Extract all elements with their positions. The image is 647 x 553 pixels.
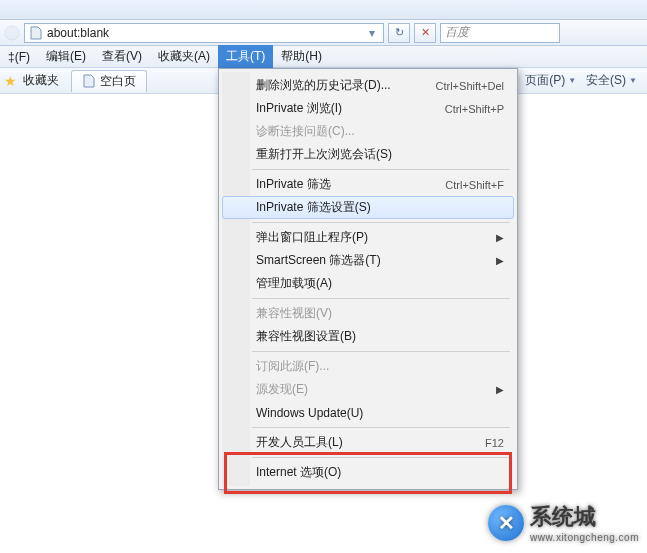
menu-separator bbox=[252, 298, 510, 299]
menu-item-label: InPrivate 筛选设置(S) bbox=[256, 199, 371, 216]
search-placeholder: 百度 bbox=[445, 24, 469, 41]
watermark-url: www.xitongcheng.com bbox=[530, 532, 639, 543]
menu-item-label: InPrivate 浏览(I) bbox=[256, 100, 342, 117]
search-input[interactable]: 百度 bbox=[440, 23, 560, 43]
menu-item[interactable]: 开发人员工具(L)F12 bbox=[222, 431, 514, 454]
menu-item[interactable]: Windows Update(U) bbox=[222, 401, 514, 424]
menu-item[interactable]: InPrivate 筛选设置(S) bbox=[222, 196, 514, 219]
menu-item: 源发现(E)▶ bbox=[222, 378, 514, 401]
submenu-arrow-icon: ▶ bbox=[496, 384, 504, 395]
menu-item-label: SmartScreen 筛选器(T) bbox=[256, 252, 381, 269]
menu-tools[interactable]: 工具(T) bbox=[218, 45, 273, 68]
menu-separator bbox=[252, 457, 510, 458]
favorites-label[interactable]: 收藏夹 bbox=[23, 72, 59, 89]
watermark-badge-icon: ✕ bbox=[488, 505, 524, 541]
menu-view[interactable]: 查看(V) bbox=[94, 45, 150, 68]
page-menu-button[interactable]: 页面(P)▼ bbox=[525, 72, 576, 89]
menu-item-label: 弹出窗口阻止程序(P) bbox=[256, 229, 368, 246]
menu-item[interactable]: 兼容性视图设置(B) bbox=[222, 325, 514, 348]
window-titlebar-fragment bbox=[0, 0, 647, 20]
menu-item[interactable]: InPrivate 筛选Ctrl+Shift+F bbox=[222, 173, 514, 196]
safety-menu-button[interactable]: 安全(S)▼ bbox=[586, 72, 637, 89]
menu-item[interactable]: 管理加载项(A) bbox=[222, 272, 514, 295]
menu-separator bbox=[252, 351, 510, 352]
menu-item-label: Windows Update(U) bbox=[256, 406, 363, 420]
menu-item-shortcut: Ctrl+Shift+P bbox=[445, 103, 504, 115]
menu-item-label: 订阅此源(F)... bbox=[256, 358, 329, 375]
browser-tab[interactable]: 空白页 bbox=[71, 70, 147, 92]
menu-item-label: 重新打开上次浏览会话(S) bbox=[256, 146, 392, 163]
menu-item-label: 兼容性视图设置(B) bbox=[256, 328, 356, 345]
page-icon bbox=[29, 26, 43, 40]
menu-item-label: Internet 选项(O) bbox=[256, 464, 341, 481]
menu-item[interactable]: Internet 选项(O) bbox=[222, 461, 514, 484]
menu-item-shortcut: F12 bbox=[485, 437, 504, 449]
submenu-arrow-icon: ▶ bbox=[496, 232, 504, 243]
command-bar: 页面(P)▼ 安全(S)▼ bbox=[525, 72, 643, 89]
menu-item[interactable]: 弹出窗口阻止程序(P)▶ bbox=[222, 226, 514, 249]
submenu-arrow-icon: ▶ bbox=[496, 255, 504, 266]
menu-favorites[interactable]: 收藏夹(A) bbox=[150, 45, 218, 68]
watermark-title: 系统城 bbox=[530, 502, 639, 532]
menu-separator bbox=[252, 169, 510, 170]
watermark: ✕ 系统城 www.xitongcheng.com bbox=[488, 502, 639, 543]
menu-separator bbox=[252, 427, 510, 428]
menu-item: 诊断连接问题(C)... bbox=[222, 120, 514, 143]
tab-title: 空白页 bbox=[100, 73, 136, 90]
chevron-down-icon: ▼ bbox=[568, 76, 576, 85]
menu-help[interactable]: 帮助(H) bbox=[273, 45, 330, 68]
menu-file[interactable]: ‡(F) bbox=[0, 47, 38, 67]
menu-item-label: 兼容性视图(V) bbox=[256, 305, 332, 322]
menu-item-shortcut: Ctrl+Shift+F bbox=[445, 179, 504, 191]
menu-item[interactable]: SmartScreen 筛选器(T)▶ bbox=[222, 249, 514, 272]
menu-item[interactable]: 删除浏览的历史记录(D)...Ctrl+Shift+Del bbox=[222, 74, 514, 97]
address-input[interactable]: about:blank ▾ bbox=[24, 23, 384, 43]
chevron-down-icon: ▼ bbox=[629, 76, 637, 85]
menu-item-label: 源发现(E) bbox=[256, 381, 308, 398]
menubar: ‡(F) 编辑(E) 查看(V) 收藏夹(A) 工具(T) 帮助(H) bbox=[0, 46, 647, 68]
menu-item: 兼容性视图(V) bbox=[222, 302, 514, 325]
menu-item-shortcut: Ctrl+Shift+Del bbox=[436, 80, 504, 92]
menu-item-label: 删除浏览的历史记录(D)... bbox=[256, 77, 391, 94]
back-button[interactable] bbox=[4, 25, 20, 41]
menu-item-label: 诊断连接问题(C)... bbox=[256, 123, 355, 140]
menu-separator bbox=[252, 222, 510, 223]
svg-point-0 bbox=[5, 26, 19, 40]
address-bar: about:blank ▾ ↻ ✕ 百度 bbox=[0, 20, 647, 46]
menu-item-label: 开发人员工具(L) bbox=[256, 434, 343, 451]
menu-item[interactable]: InPrivate 浏览(I)Ctrl+Shift+P bbox=[222, 97, 514, 120]
stop-button[interactable]: ✕ bbox=[414, 23, 436, 43]
menu-edit[interactable]: 编辑(E) bbox=[38, 45, 94, 68]
menu-item[interactable]: 重新打开上次浏览会话(S) bbox=[222, 143, 514, 166]
tools-dropdown-menu: 删除浏览的历史记录(D)...Ctrl+Shift+DelInPrivate 浏… bbox=[218, 68, 518, 490]
favorites-star-icon[interactable]: ★ bbox=[4, 73, 17, 89]
page-icon bbox=[82, 74, 96, 88]
refresh-button[interactable]: ↻ bbox=[388, 23, 410, 43]
url-dropdown-icon[interactable]: ▾ bbox=[365, 26, 379, 40]
url-text: about:blank bbox=[47, 26, 361, 40]
menu-item-label: 管理加载项(A) bbox=[256, 275, 332, 292]
menu-item-label: InPrivate 筛选 bbox=[256, 176, 331, 193]
menu-item: 订阅此源(F)... bbox=[222, 355, 514, 378]
